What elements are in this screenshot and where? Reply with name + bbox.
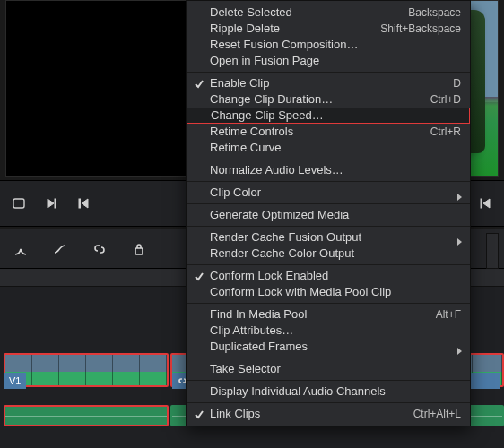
menu-separator xyxy=(187,402,470,403)
menu-item-clip-attributes[interactable]: Clip Attributes… xyxy=(187,323,470,339)
svg-rect-0 xyxy=(13,199,24,208)
loop-button[interactable] xyxy=(7,194,30,213)
menu-separator xyxy=(187,380,470,381)
menu-item-shortcut: Ctrl+R xyxy=(430,124,461,140)
menu-separator xyxy=(187,72,470,73)
check-icon xyxy=(194,78,204,89)
video-clip-1[interactable] xyxy=(4,353,169,387)
menu-separator xyxy=(187,358,470,358)
menu-item-label: Duplicated Frames xyxy=(210,339,461,355)
svg-rect-5 xyxy=(135,248,143,254)
menu-item-shortcut: Shift+Backspace xyxy=(380,21,461,37)
menu-item-label: Delete Selected xyxy=(210,4,394,21)
menu-separator xyxy=(187,203,470,204)
menu-item-label: Enable Clip xyxy=(210,75,439,91)
lock-tool[interactable] xyxy=(127,237,151,261)
clip-context-menu: Delete SelectedBackspaceRipple DeleteShi… xyxy=(186,0,471,426)
menu-separator xyxy=(187,303,470,304)
menu-item-retime-controls[interactable]: Retime ControlsCtrl+R xyxy=(187,124,470,140)
menu-item-shortcut: Alt+F xyxy=(436,306,461,323)
menu-item-shortcut: Ctrl+D xyxy=(430,91,461,108)
menu-item-change-clip-speed[interactable]: Change Clip Speed… xyxy=(187,108,470,124)
menu-item-enable-clip[interactable]: Enable ClipD xyxy=(187,75,470,91)
menu-item-shortcut: Ctrl+Alt+L xyxy=(413,406,461,422)
menu-item-normalize-audio-levels[interactable]: Normalize Audio Levels… xyxy=(187,162,470,178)
menu-item-conform-lock-enabled[interactable]: Conform Lock Enabled xyxy=(187,268,470,284)
menu-item-conform-lock-with-media-pool-clip[interactable]: Conform Lock with Media Pool Clip xyxy=(187,284,470,300)
menu-item-label: Display Individual Audio Channels xyxy=(210,383,461,400)
submenu-arrow-icon xyxy=(456,234,463,241)
audio-clip-1[interactable] xyxy=(4,405,169,426)
menu-item-shortcut: Backspace xyxy=(408,4,461,21)
svg-rect-1 xyxy=(55,199,56,208)
menu-item-link-clips[interactable]: Link ClipsCtrl+Alt+L xyxy=(187,406,470,422)
check-icon xyxy=(194,271,204,281)
menu-item-render-cache-color-output[interactable]: Render Cache Color Output xyxy=(187,246,470,262)
menu-item-label: Conform Lock with Media Pool Clip xyxy=(210,284,461,300)
svg-rect-2 xyxy=(79,199,81,208)
menu-item-label: Generate Optimized Media xyxy=(210,207,461,223)
menu-item-clip-color[interactable]: Clip Color xyxy=(187,185,470,201)
menu-item-change-clip-duration[interactable]: Change Clip Duration…Ctrl+D xyxy=(187,91,470,108)
svg-rect-4 xyxy=(481,199,482,208)
menu-item-take-selector[interactable]: Take Selector xyxy=(187,361,470,377)
menu-item-shortcut: D xyxy=(453,75,461,91)
menu-item-label: Render Cache Color Output xyxy=(210,246,461,262)
menu-item-label: Link Clips xyxy=(210,406,399,422)
linked-selection-tool[interactable] xyxy=(88,237,111,261)
menu-item-delete-selected[interactable]: Delete SelectedBackspace xyxy=(187,4,470,21)
menu-item-display-individual-audio-channels[interactable]: Display Individual Audio Channels xyxy=(187,383,470,400)
menu-separator xyxy=(187,159,470,159)
right-side-strip xyxy=(486,233,499,269)
go-start-right-button[interactable] xyxy=(474,194,497,213)
menu-item-label: Ripple Delete xyxy=(210,21,366,37)
menu-item-label: Retime Controls xyxy=(210,124,416,140)
video-clip-1-label: V1 xyxy=(4,373,26,389)
menu-item-open-in-fusion-page[interactable]: Open in Fusion Page xyxy=(187,53,470,69)
menu-item-label: Render Cache Fusion Output xyxy=(210,229,461,246)
selection-tool[interactable] xyxy=(9,237,32,261)
menu-item-label: Conform Lock Enabled xyxy=(210,268,461,284)
menu-item-label: Find In Media Pool xyxy=(210,306,421,323)
check-icon xyxy=(194,409,204,419)
menu-separator xyxy=(187,181,470,182)
menu-item-render-cache-fusion-output[interactable]: Render Cache Fusion Output xyxy=(187,229,470,246)
menu-item-reset-fusion-composition[interactable]: Reset Fusion Composition… xyxy=(187,37,470,53)
menu-item-label: Change Clip Duration… xyxy=(210,91,416,108)
menu-item-generate-optimized-media[interactable]: Generate Optimized Media xyxy=(187,207,470,223)
submenu-arrow-icon xyxy=(456,189,463,196)
menu-item-label: Reset Fusion Composition… xyxy=(210,37,461,53)
dynamic-trim-tool[interactable] xyxy=(48,237,72,261)
menu-item-find-in-media-pool[interactable]: Find In Media PoolAlt+F xyxy=(187,306,470,323)
menu-item-ripple-delete[interactable]: Ripple DeleteShift+Backspace xyxy=(187,21,470,37)
menu-item-label: Clip Attributes… xyxy=(210,323,461,339)
go-start-button[interactable] xyxy=(72,194,95,213)
menu-item-label: Clip Color xyxy=(210,185,461,201)
menu-item-label: Open in Fusion Page xyxy=(210,53,461,69)
menu-item-label: Normalize Audio Levels… xyxy=(210,162,461,178)
menu-item-label: Change Clip Speed… xyxy=(211,108,460,124)
menu-separator xyxy=(187,264,470,265)
menu-item-duplicated-frames[interactable]: Duplicated Frames xyxy=(187,339,470,355)
menu-item-label: Retime Curve xyxy=(210,140,461,156)
v1-chip: V1 xyxy=(9,375,21,386)
menu-item-retime-curve[interactable]: Retime Curve xyxy=(187,140,470,156)
menu-separator xyxy=(187,226,470,227)
submenu-arrow-icon xyxy=(456,343,463,350)
menu-item-label: Take Selector xyxy=(210,361,461,377)
next-frame-button[interactable] xyxy=(39,194,63,213)
